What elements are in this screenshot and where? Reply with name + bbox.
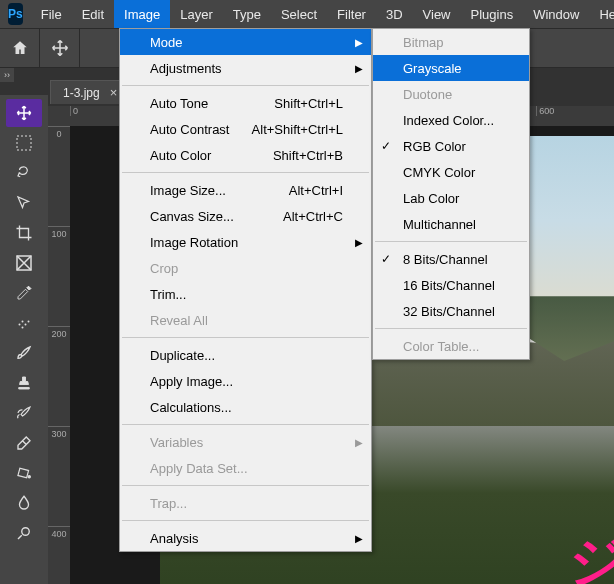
submenu-arrow-icon: ▶: [355, 63, 363, 74]
home-icon: [11, 39, 29, 57]
move-icon: [51, 39, 69, 57]
menu-item-label: RGB Color: [403, 139, 466, 154]
mode-menu-multichannel[interactable]: Multichannel: [373, 211, 529, 237]
svg-point-4: [25, 324, 27, 326]
shortcut-label: Shift+Ctrl+L: [274, 96, 343, 111]
menu-item-label: CMYK Color: [403, 165, 475, 180]
menu-item-label: Image Rotation: [150, 235, 238, 250]
history-brush-tool[interactable]: [6, 399, 42, 427]
eraser-tool[interactable]: [6, 429, 42, 457]
blur-tool[interactable]: [6, 489, 42, 517]
image-menu-analysis[interactable]: Analysis▶: [120, 525, 371, 551]
dodge-tool[interactable]: [6, 519, 42, 547]
app-logo: Ps: [8, 3, 23, 25]
panel-expand-handle[interactable]: ››: [0, 68, 14, 82]
mode-menu-duotone: Duotone: [373, 81, 529, 107]
menu-window[interactable]: Window: [523, 0, 589, 28]
menu-item-label: Duotone: [403, 87, 452, 102]
menu-item-label: Indexed Color...: [403, 113, 494, 128]
mode-menu-rgb-color[interactable]: ✓RGB Color: [373, 133, 529, 159]
menu-item-label: Multichannel: [403, 217, 476, 232]
image-menu-auto-tone[interactable]: Auto ToneShift+Ctrl+L: [120, 90, 371, 116]
submenu-arrow-icon: ▶: [355, 37, 363, 48]
mode-menu-32-bits-channel[interactable]: 32 Bits/Channel: [373, 298, 529, 324]
mode-menu-cmyk-color[interactable]: CMYK Color: [373, 159, 529, 185]
menu-item-label: Adjustments: [150, 61, 222, 76]
move-tool[interactable]: [6, 99, 42, 127]
svg-point-3: [22, 321, 24, 323]
move-tool-indicator[interactable]: [40, 28, 80, 68]
image-menu-auto-contrast[interactable]: Auto ContrastAlt+Shift+Ctrl+L: [120, 116, 371, 142]
menu-view[interactable]: View: [413, 0, 461, 28]
image-menu-calculations[interactable]: Calculations...: [120, 394, 371, 420]
bucket-tool[interactable]: [6, 459, 42, 487]
eyedropper-tool[interactable]: [6, 279, 42, 307]
mode-menu-lab-color[interactable]: Lab Color: [373, 185, 529, 211]
submenu-arrow-icon: ▶: [355, 533, 363, 544]
shortcut-label: Alt+Shift+Ctrl+L: [252, 122, 343, 137]
menu-item-label: Apply Image...: [150, 374, 233, 389]
mode-menu-color-table: Color Table...: [373, 333, 529, 359]
svg-rect-0: [17, 136, 31, 150]
image-menu-adjustments[interactable]: Adjustments▶: [120, 55, 371, 81]
crop-tool[interactable]: [6, 219, 42, 247]
menu-type[interactable]: Type: [223, 0, 271, 28]
mode-menu-8-bits-channel[interactable]: ✓8 Bits/Channel: [373, 246, 529, 272]
heal-tool[interactable]: [6, 309, 42, 337]
menu-filter[interactable]: Filter: [327, 0, 376, 28]
menu-help[interactable]: Help: [589, 0, 614, 28]
menu-layer[interactable]: Layer: [170, 0, 223, 28]
image-menu-image-rotation[interactable]: Image Rotation▶: [120, 229, 371, 255]
lasso-tool[interactable]: [6, 159, 42, 187]
frame-tool[interactable]: [6, 249, 42, 277]
mode-menu-bitmap: Bitmap: [373, 29, 529, 55]
image-menu-auto-color[interactable]: Auto ColorShift+Ctrl+B: [120, 142, 371, 168]
menu-item-label: Mode: [150, 35, 183, 50]
menu-item-label: 32 Bits/Channel: [403, 304, 495, 319]
image-menu-canvas-size[interactable]: Canvas Size...Alt+Ctrl+C: [120, 203, 371, 229]
image-menu-mode[interactable]: Mode▶: [120, 29, 371, 55]
menu-select[interactable]: Select: [271, 0, 327, 28]
image-menu-image-size[interactable]: Image Size...Alt+Ctrl+I: [120, 177, 371, 203]
svg-point-5: [28, 321, 30, 323]
menu-item-label: Crop: [150, 261, 178, 276]
menu-item-label: Calculations...: [150, 400, 232, 415]
svg-point-8: [28, 476, 30, 478]
menu-item-label: Auto Contrast: [150, 122, 230, 137]
image-menu-apply-image[interactable]: Apply Image...: [120, 368, 371, 394]
stamp-tool[interactable]: [6, 369, 42, 397]
image-menu-duplicate[interactable]: Duplicate...: [120, 342, 371, 368]
menu-item-label: Auto Color: [150, 148, 211, 163]
menu-item-label: 16 Bits/Channel: [403, 278, 495, 293]
menu-3d[interactable]: 3D: [376, 0, 413, 28]
menu-item-label: Lab Color: [403, 191, 459, 206]
submenu-arrow-icon: ▶: [355, 237, 363, 248]
menu-item-label: Variables: [150, 435, 203, 450]
close-icon[interactable]: ×: [110, 85, 118, 100]
image-menu-apply-data-set: Apply Data Set...: [120, 455, 371, 481]
mode-menu-16-bits-channel[interactable]: 16 Bits/Channel: [373, 272, 529, 298]
mode-menu-grayscale[interactable]: Grayscale: [373, 55, 529, 81]
mode-menu-indexed-color[interactable]: Indexed Color...: [373, 107, 529, 133]
file-tab-name: 1-3.jpg: [63, 86, 100, 100]
image-menu-reveal-all: Reveal All: [120, 307, 371, 333]
shortcut-label: Shift+Ctrl+B: [273, 148, 343, 163]
menu-image[interactable]: Image: [114, 0, 170, 28]
menu-edit[interactable]: Edit: [72, 0, 114, 28]
brush-tool[interactable]: [6, 339, 42, 367]
image-menu-trim[interactable]: Trim...: [120, 281, 371, 307]
menubar: Ps File Edit Image Layer Type Select Fil…: [0, 0, 614, 28]
menu-item-label: Trap...: [150, 496, 187, 511]
shortcut-label: Alt+Ctrl+C: [283, 209, 343, 224]
menu-item-label: Color Table...: [403, 339, 479, 354]
home-button[interactable]: [0, 28, 40, 68]
svg-point-9: [22, 528, 30, 536]
mode-submenu: BitmapGrayscaleDuotoneIndexed Color...✓R…: [372, 28, 530, 360]
marquee-tool[interactable]: [6, 129, 42, 157]
menu-item-label: Analysis: [150, 531, 198, 546]
selection-tool[interactable]: [6, 189, 42, 217]
watermark-logo: ジ: [566, 524, 614, 584]
ruler-vertical[interactable]: 0 100 200 300 400 500: [48, 126, 70, 584]
menu-file[interactable]: File: [31, 0, 72, 28]
menu-plugins[interactable]: Plugins: [461, 0, 524, 28]
